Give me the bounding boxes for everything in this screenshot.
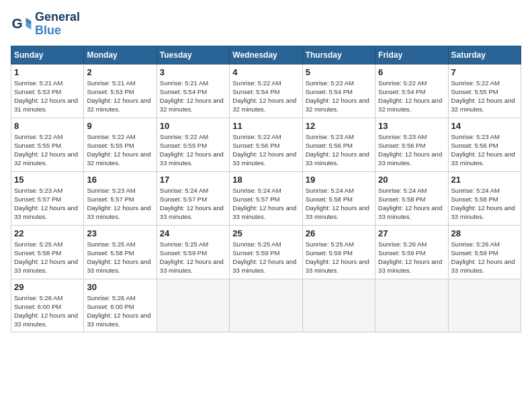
day-info: Sunrise: 5:24 AM Sunset: 5:58 PM Dayligh… (451, 186, 518, 222)
sunrise-text: Sunrise: 5:23 AM (87, 186, 153, 195)
sunset-text: Sunset: 6:00 PM (87, 302, 153, 311)
day-cell-29: 29 Sunrise: 5:26 AM Sunset: 6:00 PM Dayl… (11, 279, 84, 332)
header-sunday: Sunday (11, 46, 84, 64)
day-cell-14: 14 Sunrise: 5:23 AM Sunset: 5:56 PM Dayl… (448, 118, 521, 171)
sunrise-text: Sunrise: 5:22 AM (160, 132, 226, 141)
sunset-text: Sunset: 5:58 PM (14, 248, 81, 257)
sunrise-text: Sunrise: 5:25 AM (160, 240, 226, 248)
sunrise-text: Sunrise: 5:23 AM (378, 132, 445, 141)
daylight-text: Daylight: 12 hours and 33 minutes. (14, 203, 81, 222)
day-number: 12 (306, 121, 372, 131)
calendar-week-1: 1 Sunrise: 5:21 AM Sunset: 5:53 PM Dayli… (11, 64, 521, 118)
day-info: Sunrise: 5:22 AM Sunset: 5:54 PM Dayligh… (232, 79, 299, 114)
day-info: Sunrise: 5:26 AM Sunset: 6:00 PM Dayligh… (14, 293, 81, 329)
day-info: Sunrise: 5:25 AM Sunset: 5:59 PM Dayligh… (306, 240, 372, 275)
day-cell-12: 12 Sunrise: 5:23 AM Sunset: 5:56 PM Dayl… (302, 118, 375, 171)
day-number: 30 (87, 282, 153, 292)
day-number: 3 (160, 67, 226, 77)
day-cell-10: 10 Sunrise: 5:22 AM Sunset: 5:55 PM Dayl… (157, 118, 229, 171)
day-number: 21 (451, 175, 518, 185)
day-number: 27 (378, 228, 445, 238)
day-info: Sunrise: 5:26 AM Sunset: 5:59 PM Dayligh… (451, 240, 518, 275)
daylight-text: Daylight: 12 hours and 32 minutes. (451, 96, 518, 114)
header-row: SundayMondayTuesdayWednesdayThursdayFrid… (11, 46, 521, 64)
day-cell-23: 23 Sunrise: 5:25 AM Sunset: 5:58 PM Dayl… (84, 225, 157, 279)
day-info: Sunrise: 5:25 AM Sunset: 5:59 PM Dayligh… (160, 240, 226, 275)
sunset-text: Sunset: 6:00 PM (14, 302, 81, 311)
day-info: Sunrise: 5:25 AM Sunset: 5:58 PM Dayligh… (14, 240, 81, 275)
sunrise-text: Sunrise: 5:21 AM (14, 79, 81, 87)
calendar-week-2: 8 Sunrise: 5:22 AM Sunset: 5:55 PM Dayli… (11, 118, 521, 171)
day-info: Sunrise: 5:22 AM Sunset: 5:55 PM Dayligh… (160, 132, 226, 168)
sunrise-text: Sunrise: 5:23 AM (306, 132, 372, 141)
day-cell-1: 1 Sunrise: 5:21 AM Sunset: 5:53 PM Dayli… (11, 64, 84, 118)
empty-cell (448, 279, 521, 332)
daylight-text: Daylight: 12 hours and 32 minutes. (160, 96, 226, 114)
day-info: Sunrise: 5:26 AM Sunset: 6:00 PM Dayligh… (87, 293, 153, 329)
day-number: 7 (451, 67, 518, 77)
day-cell-5: 5 Sunrise: 5:22 AM Sunset: 5:54 PM Dayli… (302, 64, 375, 118)
day-cell-17: 17 Sunrise: 5:24 AM Sunset: 5:57 PM Dayl… (157, 171, 229, 225)
sunset-text: Sunset: 5:56 PM (378, 141, 445, 150)
day-number: 4 (232, 67, 299, 77)
day-number: 14 (451, 121, 518, 131)
day-info: Sunrise: 5:24 AM Sunset: 5:58 PM Dayligh… (306, 186, 372, 222)
sunset-text: Sunset: 5:57 PM (232, 195, 299, 203)
daylight-text: Daylight: 12 hours and 32 minutes. (378, 96, 445, 114)
sunset-text: Sunset: 5:54 PM (232, 87, 299, 96)
day-info: Sunrise: 5:21 AM Sunset: 5:54 PM Dayligh… (160, 79, 226, 114)
daylight-text: Daylight: 12 hours and 33 minutes. (306, 150, 372, 168)
day-cell-7: 7 Sunrise: 5:22 AM Sunset: 5:55 PM Dayli… (448, 64, 521, 118)
sunrise-text: Sunrise: 5:21 AM (87, 79, 153, 87)
day-number: 9 (87, 121, 153, 131)
day-info: Sunrise: 5:23 AM Sunset: 5:57 PM Dayligh… (14, 186, 81, 222)
calendar-table: SundayMondayTuesdayWednesdayThursdayFrid… (11, 46, 521, 332)
sunrise-text: Sunrise: 5:26 AM (378, 240, 445, 248)
day-cell-28: 28 Sunrise: 5:26 AM Sunset: 5:59 PM Dayl… (448, 225, 521, 279)
day-info: Sunrise: 5:25 AM Sunset: 5:59 PM Dayligh… (232, 240, 299, 275)
day-cell-15: 15 Sunrise: 5:23 AM Sunset: 5:57 PM Dayl… (11, 171, 84, 225)
sunset-text: Sunset: 5:58 PM (451, 195, 518, 203)
sunset-text: Sunset: 5:55 PM (160, 141, 226, 150)
sunrise-text: Sunrise: 5:25 AM (87, 240, 153, 248)
logo-text: General Blue (35, 11, 80, 38)
sunset-text: Sunset: 5:55 PM (87, 141, 153, 150)
day-number: 17 (160, 175, 226, 185)
header-saturday: Saturday (448, 46, 521, 64)
daylight-text: Daylight: 12 hours and 33 minutes. (87, 257, 153, 275)
daylight-text: Daylight: 12 hours and 33 minutes. (14, 311, 81, 329)
header-thursday: Thursday (302, 46, 375, 64)
empty-cell (302, 279, 375, 332)
daylight-text: Daylight: 12 hours and 33 minutes. (306, 257, 372, 275)
sunrise-text: Sunrise: 5:23 AM (14, 186, 81, 195)
day-number: 28 (451, 228, 518, 238)
sunrise-text: Sunrise: 5:25 AM (232, 240, 299, 248)
sunrise-text: Sunrise: 5:23 AM (451, 132, 518, 141)
sunset-text: Sunset: 5:54 PM (160, 87, 226, 96)
day-number: 1 (14, 67, 81, 77)
day-cell-21: 21 Sunrise: 5:24 AM Sunset: 5:58 PM Dayl… (448, 171, 521, 225)
day-cell-9: 9 Sunrise: 5:22 AM Sunset: 5:55 PM Dayli… (84, 118, 157, 171)
day-info: Sunrise: 5:22 AM Sunset: 5:55 PM Dayligh… (14, 132, 81, 168)
day-cell-11: 11 Sunrise: 5:22 AM Sunset: 5:56 PM Dayl… (230, 118, 302, 171)
day-cell-26: 26 Sunrise: 5:25 AM Sunset: 5:59 PM Dayl… (302, 225, 375, 279)
sunset-text: Sunset: 5:55 PM (451, 87, 518, 96)
day-cell-30: 30 Sunrise: 5:26 AM Sunset: 6:00 PM Dayl… (84, 279, 157, 332)
day-cell-2: 2 Sunrise: 5:21 AM Sunset: 5:53 PM Dayli… (84, 64, 157, 118)
daylight-text: Daylight: 12 hours and 33 minutes. (451, 150, 518, 168)
page-header: G General Blue (11, 11, 521, 38)
sunset-text: Sunset: 5:59 PM (306, 248, 372, 257)
day-info: Sunrise: 5:26 AM Sunset: 5:59 PM Dayligh… (378, 240, 445, 275)
daylight-text: Daylight: 12 hours and 33 minutes. (306, 203, 372, 222)
daylight-text: Daylight: 12 hours and 33 minutes. (378, 203, 445, 222)
logo: G General Blue (11, 11, 80, 38)
day-cell-3: 3 Sunrise: 5:21 AM Sunset: 5:54 PM Dayli… (157, 64, 229, 118)
day-cell-4: 4 Sunrise: 5:22 AM Sunset: 5:54 PM Dayli… (230, 64, 302, 118)
day-info: Sunrise: 5:21 AM Sunset: 5:53 PM Dayligh… (14, 79, 81, 114)
sunrise-text: Sunrise: 5:22 AM (306, 79, 372, 87)
day-info: Sunrise: 5:23 AM Sunset: 5:56 PM Dayligh… (451, 132, 518, 168)
header-tuesday: Tuesday (157, 46, 229, 64)
daylight-text: Daylight: 12 hours and 33 minutes. (14, 257, 81, 275)
daylight-text: Daylight: 12 hours and 32 minutes. (87, 150, 153, 168)
header-friday: Friday (375, 46, 448, 64)
